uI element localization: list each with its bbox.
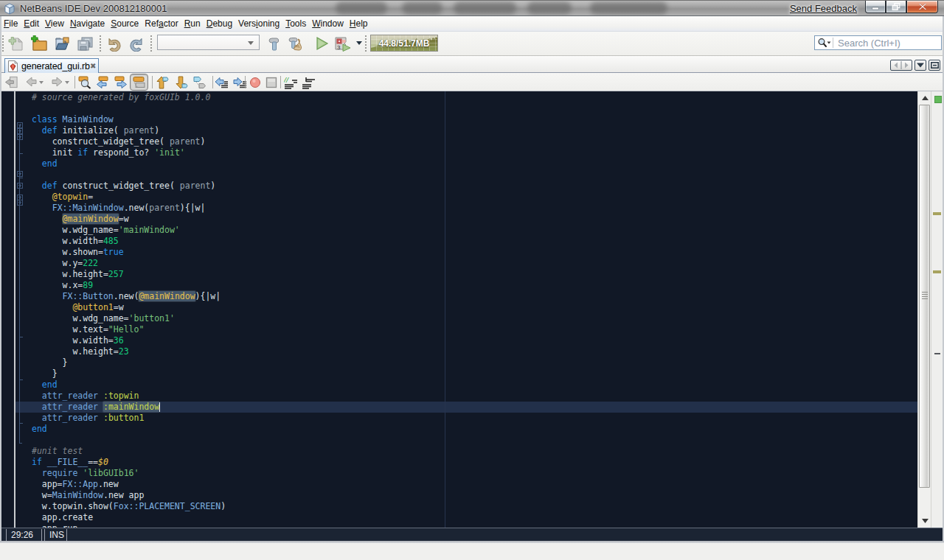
nav-forward-button[interactable] — [50, 75, 64, 89]
code-line-14: w.width=485 — [32, 236, 226, 247]
prev-occurrence-icon — [96, 76, 110, 89]
menu-versioning[interactable]: Versioning — [235, 17, 282, 30]
scrollbar-up-button[interactable] — [919, 92, 931, 104]
search-icon[interactable] — [817, 38, 832, 49]
menu-navigate[interactable]: Navigate — [67, 17, 108, 30]
undo-button[interactable] — [105, 34, 124, 53]
clean-build-icon — [287, 35, 303, 52]
tab-list-caret-icon — [917, 63, 924, 68]
menu-file[interactable]: File — [1, 17, 21, 30]
vertical-scrollbar[interactable] — [917, 91, 931, 528]
debug-icon: 3 — [333, 35, 353, 52]
dropdown-caret-icon[interactable] — [39, 81, 44, 84]
code-line-39: app.create — [32, 512, 226, 523]
code-text[interactable]: # source generated by foxGUIb 1.0.0class… — [32, 92, 226, 528]
code-line-31: end — [32, 424, 226, 435]
next-occurrence-button[interactable] — [114, 75, 128, 89]
nav-forward-icon — [51, 76, 63, 88]
menu-tools[interactable]: Tools — [282, 17, 309, 30]
debug-dropdown-caret-icon[interactable] — [356, 41, 362, 45]
menu-view[interactable]: View — [42, 17, 67, 30]
dropdown-caret-icon[interactable] — [65, 81, 69, 84]
new-project-icon — [31, 35, 47, 52]
send-feedback-link[interactable]: Send Feedback — [790, 3, 857, 14]
menu-run[interactable]: Run — [181, 17, 204, 30]
svg-text:3: 3 — [337, 44, 341, 51]
debug-button[interactable]: 3 — [333, 34, 353, 53]
open-project-button[interactable] — [52, 34, 72, 53]
menu-refactor[interactable]: Refactor — [142, 17, 181, 30]
tab-generated-gui-rb[interactable]: generated_gui.rb ✖ — [4, 58, 99, 73]
clean-build-button[interactable] — [285, 34, 305, 53]
new-file-button[interactable] — [7, 34, 26, 53]
editor-toolbar-separator — [152, 76, 153, 88]
prev-occurrence-button[interactable] — [96, 75, 110, 89]
code-line-38: w.topwin.show(Fox::PLACEMENT_SCREEN) — [32, 501, 226, 512]
menu-edit[interactable]: Edit — [21, 17, 42, 30]
insert-mode-cell[interactable]: INS — [44, 529, 67, 541]
shift-left-button[interactable] — [215, 75, 229, 89]
memory-monitor[interactable]: 44.8/51.7MB — [370, 35, 438, 52]
toolbar-grip — [100, 35, 102, 52]
run-button[interactable] — [312, 34, 331, 53]
menu-help[interactable]: Help — [347, 17, 371, 30]
code-line-26: } — [32, 368, 226, 379]
new-file-icon — [8, 35, 24, 52]
minimize-button[interactable] — [865, 1, 886, 13]
open-project-icon — [54, 35, 70, 52]
search-placeholder: Search (Ctrl+I) — [835, 38, 900, 49]
record-macro-button[interactable] — [248, 75, 262, 89]
caret-position-mark — [934, 353, 940, 354]
occurrence-mark[interactable] — [933, 212, 941, 215]
code-line-11: FX::MainWindow.new(parent){|w| — [32, 203, 226, 214]
code-editor[interactable]: # source generated by foxGUIb 1.0.0class… — [0, 91, 917, 528]
scrollbar-thumb[interactable] — [919, 105, 930, 488]
uncomment-button[interactable] — [302, 75, 316, 89]
quick-search-field[interactable]: Search (Ctrl+I) — [814, 35, 942, 50]
last-edit-icon — [4, 76, 18, 88]
nav-back-button[interactable] — [24, 75, 38, 89]
redo-icon — [128, 35, 145, 52]
menu-debug[interactable]: Debug — [204, 17, 235, 30]
code-line-21: w.wdg_name='button1' — [32, 313, 226, 324]
toggle-highlight-button[interactable] — [132, 75, 146, 89]
insert-mode-text: INS — [49, 530, 64, 540]
code-line-12: @mainWindow=w — [32, 214, 226, 225]
next-bookmark-button[interactable] — [174, 75, 188, 89]
comment-button[interactable]: // — [284, 75, 298, 89]
text-caret — [159, 402, 160, 412]
prev-bookmark-button[interactable] — [155, 75, 169, 89]
stop-macro-button[interactable] — [264, 75, 278, 89]
no-errors-indicator[interactable] — [934, 96, 942, 103]
project-config-combobox[interactable] — [157, 35, 260, 50]
gutter-separator — [14, 91, 15, 528]
find-selection-button[interactable] — [78, 75, 92, 89]
restore-button[interactable] — [886, 1, 906, 13]
glass-smudge — [336, 2, 387, 14]
close-button[interactable] — [906, 1, 938, 13]
menu-window[interactable]: Window — [309, 17, 347, 30]
code-line-19: FX::Button.new(@mainWindow){|w| — [32, 291, 226, 302]
toolbar-grip — [150, 35, 153, 52]
memory-usage-label: 44.8/51.7MB — [371, 35, 437, 51]
prev-bookmark-icon — [155, 76, 169, 89]
title-bar: NetBeans IDE Dev 200812180001 Send Feedb… — [0, 0, 944, 16]
toggle-bookmark-button[interactable] — [193, 75, 207, 89]
scrollbar-down-button[interactable] — [919, 515, 931, 527]
occurrence-mark[interactable] — [933, 270, 941, 273]
redo-button[interactable] — [127, 34, 146, 53]
maximize-editor-button[interactable] — [929, 60, 940, 71]
toolbar-grip — [2, 35, 4, 52]
last-edit-button[interactable] — [4, 75, 18, 89]
tab-list-dropdown-button[interactable] — [914, 60, 926, 71]
code-line-22: w.text="Hello" — [32, 324, 226, 335]
main-toolbar: 3 4 — [0, 32, 944, 56]
tab-close-icon[interactable]: ✖ — [90, 62, 96, 70]
new-project-button[interactable] — [30, 34, 49, 53]
code-line-1: # source generated by foxGUIb 1.0.0 — [32, 92, 226, 103]
menu-source[interactable]: Source — [108, 17, 142, 30]
build-button[interactable] — [265, 34, 284, 53]
scroll-down-icon — [922, 519, 929, 523]
scroll-tabs-left-icon — [895, 63, 898, 69]
save-all-button[interactable] — [75, 34, 94, 53]
